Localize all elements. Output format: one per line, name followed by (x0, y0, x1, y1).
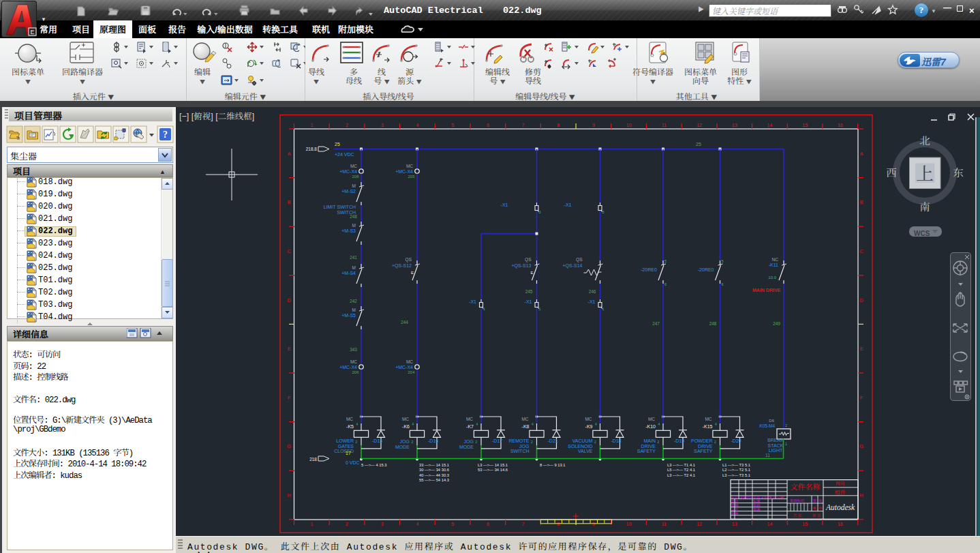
svg-text:-X1: -X1 (501, 203, 508, 207)
svg-text:11: 11 (662, 522, 667, 526)
svg-text:11: 11 (765, 453, 770, 458)
svg-text:MAIN DRIVE: MAIN DRIVE (752, 288, 781, 293)
svg-text:第 张: 第 张 (812, 513, 821, 518)
svg-text:QS: QS (525, 257, 532, 263)
svg-text:14: 14 (767, 522, 773, 526)
svg-text:2: 2 (346, 522, 348, 526)
svg-text:BREAK: BREAK (767, 438, 784, 443)
svg-text:4: 4 (715, 422, 717, 426)
svg-text:MC: MC (521, 417, 528, 421)
svg-text:4: 4 (416, 123, 418, 128)
svg-text:L3 —>— 14 15.1: L3 —>— 14 15.1 (478, 463, 508, 467)
svg-text:?: ? (163, 130, 168, 140)
svg-text:A: A (860, 151, 863, 156)
svg-text:L3 —>— T1 4.1: L3 —>— T1 4.1 (667, 463, 695, 467)
svg-text:STACK: STACK (768, 443, 784, 448)
svg-text:MC: MC (705, 417, 711, 421)
svg-text:+M-S4: +M-S4 (341, 271, 356, 275)
svg-text:2: 2 (594, 440, 596, 444)
svg-text:4: 4 (658, 422, 660, 426)
svg-text:MC: MC (350, 164, 357, 168)
svg-text:-K15: -K15 (703, 424, 713, 429)
svg-text:4: 4 (595, 422, 597, 426)
svg-text:1: 1 (483, 307, 485, 311)
svg-text:40 —>— 44 30.3: 40 —>— 44 30.3 (419, 473, 449, 477)
svg-text:245: 245 (525, 289, 533, 294)
svg-text:DRIVE: DRIVE (641, 444, 656, 449)
svg-text:1: 1 (602, 307, 604, 311)
svg-text:MODE: MODE (395, 445, 410, 449)
svg-text:14: 14 (767, 123, 773, 128)
svg-text:204: 204 (408, 370, 415, 374)
svg-text:1: 1 (539, 307, 541, 311)
svg-text:Autodesk: Autodesk (825, 503, 855, 511)
svg-text:LIMIT SWITCH: LIMIT SWITCH (324, 205, 356, 209)
svg-text:LIGHT: LIGHT (769, 448, 783, 453)
svg-text:南: 南 (919, 198, 930, 213)
svg-text:4: 4 (412, 422, 414, 426)
svg-text:25: 25 (335, 142, 340, 147)
svg-text:-20RE0: -20RE0 (698, 267, 714, 272)
svg-text:QS: QS (576, 257, 583, 263)
svg-text:西: 西 (886, 164, 897, 179)
svg-text:30 —>— 34 30.6: 30 —>— 34 30.6 (419, 468, 449, 472)
svg-text:247: 247 (652, 321, 660, 326)
svg-text:-D21: -D21 (548, 438, 558, 443)
svg-text:5: 5 (664, 259, 667, 263)
svg-text:VACUUM: VACUUM (572, 438, 593, 443)
svg-text:-K6: -K6 (402, 424, 410, 429)
svg-text:共 张: 共 张 (793, 513, 802, 518)
svg-text:L3 —>— T2 4.1: L3 —>— T2 4.1 (667, 473, 695, 477)
svg-text:248: 248 (709, 321, 717, 326)
svg-text:2: 2 (714, 440, 716, 444)
svg-text:L2 —>— T2 5.1: L2 —>— T2 5.1 (722, 468, 750, 472)
svg-text:-X1: -X1 (564, 203, 572, 207)
svg-text:+M-S2: +M-S2 (341, 189, 356, 194)
svg-text:F: F (860, 395, 863, 400)
svg-text:DRIVE: DRIVE (698, 444, 713, 449)
svg-text:242: 242 (350, 299, 357, 303)
svg-text:量: 量 (812, 505, 816, 510)
svg-text:+QS-S13: +QS-S13 (512, 263, 532, 269)
svg-text:5 —>— 4 15.3: 5 —>— 4 15.3 (361, 463, 387, 467)
svg-text:图号: 图号 (836, 480, 845, 487)
svg-text:-X1: -X1 (525, 299, 532, 304)
svg-text:4: 4 (532, 422, 534, 426)
svg-text:JOG: JOG (464, 439, 474, 444)
svg-text:MC: MC (585, 417, 592, 421)
svg-text:文件名称: 文件名称 (791, 481, 821, 492)
svg-text:6: 6 (487, 522, 489, 526)
svg-text:10: 10 (626, 123, 632, 128)
svg-text:例: 例 (818, 505, 822, 510)
svg-text:6: 6 (722, 282, 724, 286)
svg-text:-K8: -K8 (522, 424, 530, 429)
svg-text:25: 25 (696, 142, 701, 147)
svg-text:L5 —>— T2 4.1: L5 —>— T2 4.1 (667, 468, 695, 472)
svg-text:C: C (287, 249, 290, 254)
svg-text:33 —>— 14 15.1: 33 —>— 14 15.1 (419, 463, 449, 467)
svg-text:-D18: -D18 (611, 438, 622, 443)
svg-text:2: 2 (476, 440, 478, 444)
svg-text:3: 3 (381, 123, 384, 128)
svg-text:4: 4 (416, 522, 418, 526)
svg-text:-D15: -D15 (372, 438, 382, 443)
svg-text:G: G (859, 444, 863, 449)
svg-text:K05-M4: K05-M4 (759, 423, 775, 428)
svg-text:E: E (30, 29, 34, 35)
svg-text:-X1: -X1 (588, 299, 596, 304)
svg-text:H: H (287, 493, 290, 498)
svg-text:分区: 分区 (746, 494, 753, 499)
svg-text:12: 12 (696, 522, 702, 526)
svg-text:13: 13 (732, 522, 737, 526)
svg-text:17: 17 (346, 451, 351, 455)
svg-text:12: 12 (696, 123, 702, 128)
svg-text:JOG: JOG (400, 439, 410, 444)
svg-text:+MC-X4: +MC-X4 (339, 169, 357, 174)
svg-text:248: 248 (350, 214, 357, 219)
svg-text:VALVE: VALVE (578, 449, 593, 453)
svg-text:D6: D6 (769, 419, 774, 423)
svg-text:组件: 组件 (835, 488, 846, 496)
svg-text:10.0: 10.0 (768, 275, 776, 280)
svg-text:D: D (859, 298, 863, 303)
svg-text:-K11: -K11 (769, 263, 778, 267)
